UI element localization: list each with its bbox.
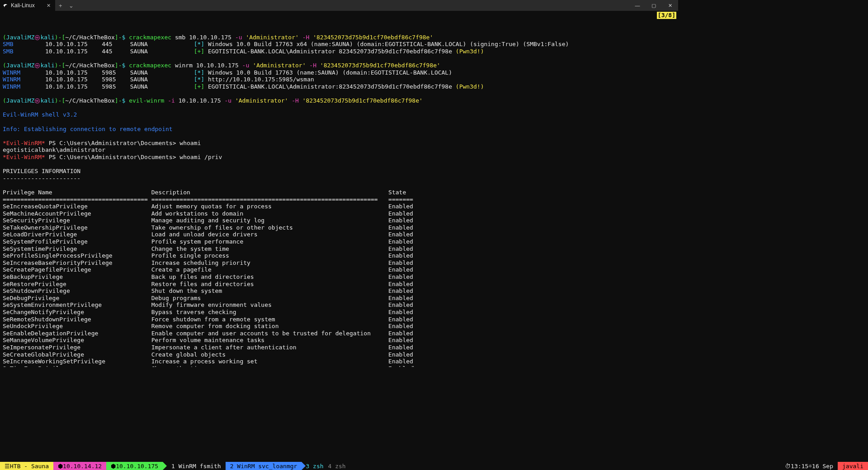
terminal-line — [3, 160, 675, 168]
terminal-line: SeDebugPrivilege Debug programs Enabled — [3, 295, 675, 302]
terminal-line: (JavaliMZ㉿kali)-[~/C/HackTheBox]-$ crack… — [3, 34, 675, 41]
tab-dropdown-icon[interactable]: ⌄ — [66, 0, 77, 11]
terminal-line: SeSystemtimePrivilege Change the system … — [3, 245, 675, 253]
terminal-line: WINRM 10.10.10.175 5985 SAUNA [*] Window… — [3, 69, 675, 76]
terminal-line: (JavaliMZ㉿kali)-[~/C/HackTheBox]-$ crack… — [3, 62, 675, 69]
terminal-line: SeEnableDelegationPrivilege Enable compu… — [3, 330, 675, 337]
terminal-output[interactable]: [3/8] (JavaliMZ㉿kali)-[~/C/HackTheBox]-$… — [0, 11, 678, 367]
terminal-line: SMB 10.10.10.175 445 SAUNA [+] EGOTISTIC… — [3, 48, 675, 55]
terminal-line: Info: Establishing connection to remote … — [3, 126, 675, 133]
terminal-line: SeCreateGlobalPrivilege Create global ob… — [3, 351, 675, 358]
terminal-line: ---------------------- — [3, 175, 675, 182]
terminal-line: SeChangeNotifyPrivilege Bypass traverse … — [3, 309, 675, 316]
terminal-line: SeRemoteShutdownPrivilege Force shutdown… — [3, 316, 675, 323]
terminal-line — [3, 182, 675, 189]
terminal-line: *Evil-WinRM* PS C:\Users\Administrator\D… — [3, 140, 675, 147]
terminal-line — [3, 55, 675, 62]
minimize-button[interactable]: — — [629, 0, 646, 11]
terminal-line: SeUndockPrivilege Remove computer from d… — [3, 323, 675, 330]
terminal-line: egotisticalbank\administrator — [3, 146, 675, 154]
terminal-line: PRIVILEGES INFORMATION — [3, 168, 675, 175]
terminal-line: SeSystemEnvironmentPrivilege Modify firm… — [3, 301, 675, 309]
terminal-line: SeBackupPrivilege Back up files and dire… — [3, 273, 675, 281]
terminal-line: ========================================… — [3, 196, 675, 203]
tab-active[interactable]: Kali-Linux ✕ — [0, 0, 55, 11]
terminal-line: SeSecurityPrivilege Manage auditing and … — [3, 217, 675, 224]
terminal-line: SeShutdownPrivilege Shut down the system… — [3, 287, 675, 295]
terminal-line — [3, 104, 675, 112]
terminal-line: SMB 10.10.10.175 445 SAUNA [*] Windows 1… — [3, 41, 675, 48]
terminal-line: SeIncreaseWorkingSetPrivilege Increase a… — [3, 358, 675, 365]
terminal-line: SeProfileSingleProcessPrivilege Profile … — [3, 252, 675, 259]
kali-logo-icon — [3, 3, 8, 8]
terminal-line: *Evil-WinRM* PS C:\Users\Administrator\D… — [3, 154, 675, 161]
terminal-line: Evil-WinRM shell v3.2 — [3, 111, 675, 118]
terminal-line: WINRM 10.10.10.175 5985 SAUNA [+] EGOTIS… — [3, 83, 675, 90]
terminal-line: SeIncreaseQuotaPrivilege Adjust memory q… — [3, 203, 675, 210]
terminal-line: SeTimeZonePrivilege Change the time zone… — [3, 365, 675, 367]
window-titlebar: Kali-Linux ✕ + ⌄ — ▢ ✕ — [0, 0, 678, 11]
terminal-line: SeLoadDriverPrivilege Load and unload de… — [3, 231, 675, 238]
terminal-line — [3, 90, 675, 98]
close-tab-icon[interactable]: ✕ — [47, 3, 51, 9]
terminal-line: SeImpersonatePrivilege Impersonate a cli… — [3, 344, 675, 351]
terminal-line: SeTakeOwnershipPrivilege Take ownership … — [3, 224, 675, 231]
tab-label: Kali-Linux — [11, 2, 35, 9]
terminal-line: SeRestorePrivilege Restore files and dir… — [3, 281, 675, 288]
terminal-line: SeManageVolumePrivilege Perform volume m… — [3, 337, 675, 344]
maximize-button[interactable]: ▢ — [646, 0, 662, 11]
terminal-line: SeSystemProfilePrivilege Profile system … — [3, 238, 675, 245]
scroll-position-badge: [3/8] — [657, 12, 676, 19]
terminal-line: SeCreatePagefilePrivilege Create a pagef… — [3, 266, 675, 273]
terminal-line: Privilege Name Description State — [3, 189, 675, 196]
terminal-line: SeMachineAccountPrivilege Add workstatio… — [3, 210, 675, 217]
terminal-line: WINRM 10.10.10.175 5985 SAUNA [*] http:/… — [3, 76, 675, 83]
terminal-line — [3, 132, 675, 140]
terminal-line: SeIncreaseBasePriorityPrivilege Increase… — [3, 259, 675, 267]
close-window-button[interactable]: ✕ — [662, 0, 678, 11]
new-tab-button[interactable]: + — [55, 0, 66, 11]
terminal-line — [3, 118, 675, 126]
terminal-line: (JavaliMZ㉿kali)-[~/C/HackTheBox]-$ evil-… — [3, 97, 675, 104]
